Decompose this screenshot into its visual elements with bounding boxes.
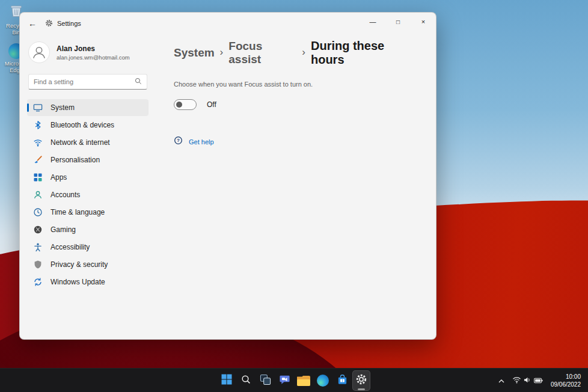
get-help-link[interactable]: Get help [189,138,214,145]
settings-nav: System Bluetooth & devices [27,99,149,291]
search-icon [135,76,142,87]
nav-label: Accounts [51,191,80,199]
task-view-icon [260,374,271,388]
nav-label: Windows Update [51,278,105,286]
settings-app-button[interactable] [352,370,370,391]
edge-icon [317,375,329,387]
nav-item-system[interactable]: System [27,99,149,116]
settings-gear-icon [355,373,367,388]
accounts-person-icon [33,190,43,200]
nav-item-apps[interactable]: Apps [27,169,149,186]
settings-gear-icon [45,19,53,28]
close-button[interactable]: × [411,13,436,31]
windows-logo-icon [221,374,232,387]
help-row: ? Get help [174,136,419,147]
taskbar-search-button[interactable] [237,370,255,391]
page-title: During these hours [311,39,419,67]
account-row[interactable]: Alan Jones alan.jones.wm@hotmail.com [27,38,149,66]
window-title: Settings [57,20,81,27]
toggle-state-label: Off [207,100,216,109]
volume-icon [524,375,531,386]
taskbar-center-icons [217,369,371,392]
clock-icon [33,207,43,217]
battery-icon [534,375,543,386]
page-description: Choose when you want Focus assist to tur… [174,81,419,88]
accessibility-person-icon [33,242,43,252]
nav-label: Network & internet [51,138,110,147]
nav-label: Privacy & security [51,260,108,269]
brush-icon [33,155,43,165]
nav-label: Personalisation [51,156,100,164]
nav-label: Accessibility [51,243,90,251]
taskbar: 10:00 09/06/2022 [0,368,588,392]
focus-assist-toggle-row: Off [174,99,419,110]
breadcrumb: System › Focus assist › During these hou… [174,39,419,67]
nav-label: Bluetooth & devices [51,121,114,129]
app-title: Settings [45,19,81,28]
nav-item-privacy-security[interactable]: Privacy & security [27,256,149,273]
update-arrows-icon [33,277,43,287]
breadcrumb-system[interactable]: System [174,46,215,60]
edge-button[interactable] [314,370,332,391]
caption-buttons: — □ × [360,13,436,31]
settings-window: ← Settings — □ × [19,12,436,340]
store-icon [337,374,348,388]
nav-item-bluetooth-devices[interactable]: Bluetooth & devices [27,117,149,133]
system-icon [33,103,43,112]
start-button[interactable] [218,370,236,391]
user-name: Alan Jones [57,44,130,53]
breadcrumb-focus-assist[interactable]: Focus assist [228,40,296,66]
search-input[interactable] [34,78,135,85]
search-icon [241,375,251,387]
toggle-knob [176,102,182,108]
nav-label: Apps [51,173,67,182]
minimize-button[interactable]: — [360,13,385,31]
bluetooth-icon [33,120,43,130]
clock-date: 09/06/2022 [551,381,581,389]
chevron-right-icon: › [302,46,305,60]
nav-label: Gaming [51,225,76,234]
back-button[interactable]: ← [22,15,43,32]
nav-label: System [51,103,75,112]
settings-sidebar: Alan Jones alan.jones.wm@hotmail.com [20,34,156,339]
folder-icon [297,376,310,386]
xbox-icon [33,225,43,234]
settings-search-box[interactable] [28,74,147,90]
focus-assist-toggle[interactable] [174,99,197,110]
user-email: alan.jones.wm@hotmail.com [57,54,130,61]
nav-item-gaming[interactable]: Gaming [27,221,149,238]
task-view-button[interactable] [256,370,274,391]
wifi-icon [512,375,521,386]
titlebar: ← Settings — □ × [20,13,436,34]
chat-icon [279,374,290,388]
nav-item-windows-update[interactable]: Windows Update [27,274,149,290]
network-volume-battery-button[interactable] [509,371,546,390]
tray-overflow-button[interactable] [495,371,508,390]
nav-item-accessibility[interactable]: Accessibility [27,239,149,256]
maximize-button[interactable]: □ [385,13,411,31]
wifi-icon [33,138,43,147]
shield-icon [33,260,43,269]
nav-item-time-language[interactable]: Time & language [27,204,149,221]
nav-item-personalisation[interactable]: Personalisation [27,152,149,168]
chevron-right-icon: › [220,46,224,60]
nav-item-accounts[interactable]: Accounts [27,186,149,203]
account-info: Alan Jones alan.jones.wm@hotmail.com [57,44,130,61]
avatar [28,41,50,63]
nav-label: Time & language [51,208,105,216]
clock[interactable]: 10:00 09/06/2022 [547,373,584,389]
apps-grid-icon [33,173,43,182]
chat-button[interactable] [275,370,293,391]
settings-content: System › Focus assist › During these hou… [156,34,436,339]
system-tray: 10:00 09/06/2022 [495,369,584,392]
clock-time: 10:00 [551,373,581,381]
nav-item-network-internet[interactable]: Network & internet [27,134,149,151]
file-explorer-button[interactable] [295,370,313,391]
svg-text:?: ? [177,138,180,143]
get-help-icon: ? [174,136,183,147]
microsoft-store-button[interactable] [333,370,351,391]
chevron-up-icon [498,375,505,386]
